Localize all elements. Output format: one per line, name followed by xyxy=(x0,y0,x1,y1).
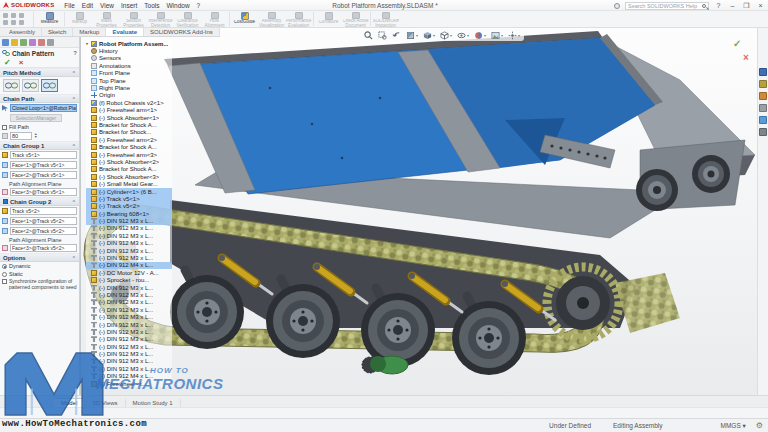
tree-item[interactable]: (-) DIN 912 M3 x L... xyxy=(86,299,172,306)
tree-item[interactable]: (-) Cylinder<1> (6 B... xyxy=(86,188,172,195)
tree-item[interactable]: (-) DIN 912 M3 x L... xyxy=(86,225,172,232)
menu-tools[interactable]: Tools xyxy=(144,2,159,9)
pm-ok-button[interactable]: ✓ xyxy=(4,58,11,67)
group-1-path-link-2-field[interactable]: Face<2>@Track v5<1> xyxy=(10,171,77,179)
ribbon-button-hole-alignment[interactable]: Hole Alignment xyxy=(201,11,228,27)
section-chain-group-2[interactable]: Chain Group 2⌃ xyxy=(0,197,79,206)
menu-insert[interactable]: Insert xyxy=(121,2,137,9)
group-1-path-link-1-field[interactable]: Face<1>@Track v5<1> xyxy=(10,161,77,169)
chain-path-selection[interactable]: Closed Loop<1>@Robot Platfor xyxy=(10,104,77,112)
tree-item[interactable]: (-) DIN 912 M3 x L... xyxy=(86,350,172,357)
group-2-alignment-field[interactable]: Face<3>@Track v5<2> xyxy=(10,244,77,252)
file-explorer-icon[interactable] xyxy=(759,92,767,100)
instance-count-field[interactable]: 80 xyxy=(10,132,32,140)
group-2-component-field[interactable]: Track v5<2> xyxy=(10,207,77,215)
pm-cancel-button[interactable]: × xyxy=(19,58,24,67)
view-settings-icon[interactable]: ▾ xyxy=(508,31,520,40)
ribbon-button-measure[interactable]: Measure xyxy=(36,11,63,27)
tree-item[interactable]: (-) DIN 912 M3 x L... xyxy=(86,306,172,313)
menu-?[interactable]: ? xyxy=(197,2,201,9)
help-button[interactable]: ? xyxy=(714,2,723,9)
tree-item[interactable]: (-) Freewheel - t... xyxy=(86,380,172,387)
units-dropdown[interactable]: MMGS ▾ xyxy=(721,422,746,430)
pitch-method-connected-linkage[interactable] xyxy=(41,79,58,92)
ribbon-button-check-active-document[interactable]: Check Active Document xyxy=(342,11,369,27)
group-2-path-link-2-field[interactable]: Face<2>@Track v5<2> xyxy=(10,227,77,235)
search-icon[interactable] xyxy=(702,4,706,8)
dimxpert-tab-icon[interactable] xyxy=(29,39,36,46)
section-chain-path[interactable]: Chain Path⌃ xyxy=(0,94,79,103)
tab-solidworks-add-ins[interactable]: SOLIDWORKS Add-Ins xyxy=(144,28,220,36)
tree-item[interactable]: (-) Sprocket - rou... xyxy=(86,277,172,284)
graphics-viewport[interactable] xyxy=(80,28,768,395)
tab-sketch[interactable]: Sketch xyxy=(42,28,73,36)
static-radio[interactable] xyxy=(2,272,7,277)
ribbon-button-interference-detection[interactable]: Interference Detection xyxy=(147,11,174,27)
appearances-icon[interactable] xyxy=(759,116,767,124)
dynamic-radio[interactable] xyxy=(2,264,7,269)
ribbon-button-section-properties[interactable]: Section Properties xyxy=(120,11,147,27)
tree-item[interactable]: (-) DIN 912 M3 x L... xyxy=(86,232,172,239)
tree-item[interactable]: (-) Freewheel arm<2> xyxy=(86,136,172,143)
group-1-component-field[interactable]: Track v5<1> xyxy=(10,151,77,159)
custom-properties-icon[interactable] xyxy=(759,128,767,136)
tree-item[interactable]: (-) DIN 912 M3 x L... xyxy=(86,291,172,298)
bottom-tab-motion-study-1[interactable]: Motion Study 1 xyxy=(126,399,181,407)
zoom-area-icon[interactable] xyxy=(378,31,387,40)
tree-item[interactable]: (-) DIN 912 M3 x L... xyxy=(86,313,172,320)
status-gear-icon[interactable]: ⚙ xyxy=(756,421,763,430)
tree-item[interactable]: (-) DIN 912 M3 x L... xyxy=(86,358,172,365)
tree-item[interactable]: Bracket for Shock A... xyxy=(86,121,172,128)
zoom-fit-icon[interactable] xyxy=(364,31,373,40)
ribbon-button-performance-evaluation[interactable]: Performance Evaluation xyxy=(285,11,312,27)
tree-item[interactable]: (-) DIN 912 M3 x L... xyxy=(86,284,172,291)
tab-markup[interactable]: Markup xyxy=(73,28,106,36)
horizontal-scroll-strip[interactable] xyxy=(0,407,768,418)
pane-pin-icon[interactable] xyxy=(47,39,54,46)
display-style-icon[interactable]: ▾ xyxy=(440,31,452,40)
tree-item[interactable]: (-) Freewheel arm<1> xyxy=(86,107,172,114)
design-library-icon[interactable] xyxy=(759,80,767,88)
pm-help-icon[interactable]: ? xyxy=(73,50,77,56)
hide-show-items-icon[interactable]: ▾ xyxy=(457,31,469,40)
ribbon-button-costguide[interactable]: CostGuide xyxy=(231,11,258,27)
tree-item[interactable]: (-) DIN 912 M3 x L... xyxy=(86,321,172,328)
quick-access-toolbar[interactable] xyxy=(0,11,34,27)
configuration-manager-tab-icon[interactable] xyxy=(20,39,27,46)
confirm-ok-icon[interactable]: ✓ xyxy=(733,38,741,49)
tree-item[interactable]: (-) DIN 912 M3 x L... xyxy=(86,217,172,224)
tree-item[interactable]: (-) Track v5<2> xyxy=(86,203,172,210)
close-button[interactable]: × xyxy=(756,2,765,9)
tree-item[interactable]: (-) DIN 912 M3 x L... xyxy=(86,343,172,350)
tree-item[interactable]: Bracket for Shock... xyxy=(86,129,172,136)
tree-item[interactable]: (-) Shock Absorber<3> xyxy=(86,173,172,180)
tree-item[interactable]: Top Plane xyxy=(86,77,172,84)
bottom-tab-model[interactable]: Model xyxy=(54,398,85,407)
tab-assembly[interactable]: Assembly xyxy=(3,28,42,36)
tree-item[interactable]: Annotations xyxy=(86,62,172,69)
ribbon-button-curvature[interactable]: Curvature xyxy=(315,11,342,27)
tree-item[interactable]: (-) Shock Absorber<2> xyxy=(86,158,172,165)
solidworks-resources-icon[interactable] xyxy=(759,68,767,76)
ribbon-button-assembly-visualization[interactable]: Assembly Visualization xyxy=(258,11,285,27)
tree-item[interactable]: (-) DIN 912 M3 x L... xyxy=(86,240,172,247)
tree-item[interactable]: (-) Freewheel arm<3> xyxy=(86,151,172,158)
group-2-path-link-1-field[interactable]: Face<1>@Track v5<2> xyxy=(10,217,77,225)
model-3d-view[interactable] xyxy=(80,28,768,395)
tree-item[interactable]: (-) DIN 912 M4 x L... xyxy=(86,262,172,269)
tree-item[interactable]: Sensors xyxy=(86,55,172,62)
ribbon-button-markup[interactable]: Markup xyxy=(66,11,93,27)
section-view-icon[interactable]: ▾ xyxy=(406,31,418,40)
minimize-button[interactable]: – xyxy=(728,2,737,9)
view-palette-icon[interactable] xyxy=(759,104,767,112)
menu-edit[interactable]: Edit xyxy=(82,2,93,9)
tree-item[interactable]: (-) DIN 912 M3 x L... xyxy=(86,336,172,343)
tree-item[interactable]: (-) Bearing 608<1> xyxy=(86,210,172,217)
tree-item[interactable]: (f) Robot Chassis v2<1> xyxy=(86,99,172,106)
ribbon-button-clearance-verification[interactable]: Clearance Verification xyxy=(174,11,201,27)
menu-view[interactable]: View xyxy=(100,2,114,9)
instance-count-spinner[interactable]: ▲▼ xyxy=(34,133,37,140)
tree-root[interactable]: ▾Robot Platform Assem... xyxy=(86,40,172,47)
tree-item[interactable]: (-) DIN 912 M4 x L... xyxy=(86,373,172,380)
restore-button[interactable]: ❐ xyxy=(742,2,751,10)
